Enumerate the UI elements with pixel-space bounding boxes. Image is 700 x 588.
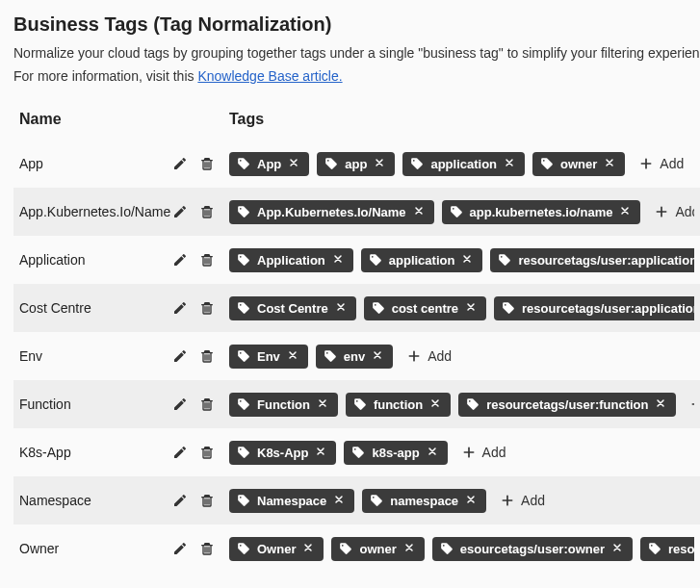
trash-icon[interactable] <box>198 251 216 268</box>
tag-chip: Owner <box>229 537 324 561</box>
tag-icon <box>369 253 382 267</box>
close-icon[interactable] <box>427 446 440 459</box>
close-icon[interactable] <box>288 157 301 170</box>
tag-icon <box>372 301 385 315</box>
add-button[interactable]: Add <box>401 345 457 368</box>
trash-icon[interactable] <box>198 540 216 557</box>
tag-icon <box>237 253 250 267</box>
tag-chip: namespace <box>362 489 486 513</box>
name-cell: Namespace <box>19 492 229 509</box>
tag-label: resource <box>668 542 694 556</box>
tags-cell: NamespacenamespaceAdd <box>229 489 694 513</box>
tag-icon <box>440 542 454 555</box>
plus-icon <box>638 156 654 171</box>
tag-label: owner <box>560 157 597 171</box>
close-icon[interactable] <box>461 253 475 267</box>
close-icon[interactable] <box>465 494 479 507</box>
close-icon[interactable] <box>604 157 617 170</box>
close-icon[interactable] <box>302 542 316 555</box>
tag-chip: owner <box>532 152 625 176</box>
table-row: NamespaceNamespacenamespaceAdd <box>13 476 700 524</box>
tag-icon <box>237 494 250 507</box>
pencil-icon[interactable] <box>171 203 189 220</box>
pencil-icon[interactable] <box>171 540 189 557</box>
close-icon[interactable] <box>333 494 347 507</box>
tag-icon <box>502 301 515 315</box>
pencil-icon[interactable] <box>171 444 189 461</box>
trash-icon[interactable] <box>198 492 216 509</box>
close-icon[interactable] <box>611 542 625 555</box>
pencil-icon[interactable] <box>171 492 189 509</box>
add-button[interactable]: A <box>684 393 694 416</box>
pencil-icon[interactable] <box>171 155 189 172</box>
tag-icon <box>648 542 661 555</box>
close-icon[interactable] <box>655 397 668 411</box>
tag-chip: Env <box>229 345 308 369</box>
close-icon[interactable] <box>619 205 633 218</box>
col-header-name: Name <box>19 111 229 128</box>
tag-label: App <box>257 157 281 171</box>
tag-chip: Cost Centre <box>229 296 356 320</box>
close-icon[interactable] <box>465 301 479 315</box>
trash-icon[interactable] <box>198 203 216 220</box>
tag-label: app <box>345 157 367 171</box>
add-label: Add <box>521 493 545 508</box>
name-cell: Env <box>19 347 229 365</box>
tag-label: Cost Centre <box>257 301 328 316</box>
trash-icon[interactable] <box>198 299 216 317</box>
close-icon[interactable] <box>287 349 300 363</box>
tags-cell: Cost Centrecost centreresourcetags/user:… <box>229 296 694 320</box>
pencil-icon[interactable] <box>171 251 189 268</box>
tag-label: k8s-app <box>372 446 419 460</box>
tag-label: esourcetags/user:owner <box>460 542 605 556</box>
tags-cell: EnvenvAdd <box>229 345 694 369</box>
close-icon[interactable] <box>315 446 328 459</box>
row-actions <box>171 155 216 172</box>
trash-icon[interactable] <box>198 347 216 365</box>
pencil-icon[interactable] <box>171 347 189 365</box>
close-icon[interactable] <box>504 157 517 170</box>
add-button[interactable]: Add <box>455 441 512 464</box>
tag-icon <box>237 397 250 411</box>
close-icon[interactable] <box>372 349 385 363</box>
close-icon[interactable] <box>374 157 387 170</box>
table-row: OwnerOwnerowneresourcetags/user:ownerres… <box>13 524 700 573</box>
tag-label: namespace <box>390 494 458 508</box>
tag-label: resourcetags/user:function <box>486 397 648 412</box>
tag-chip: Application <box>229 248 353 272</box>
name-cell: Owner <box>19 540 229 557</box>
close-icon[interactable] <box>317 397 330 411</box>
name-cell: Function <box>19 396 229 413</box>
tag-chip: resourcetags/user:application <box>494 296 694 320</box>
close-icon[interactable] <box>413 205 427 218</box>
pencil-icon[interactable] <box>171 299 189 317</box>
add-button[interactable]: Add <box>648 200 694 223</box>
tags-cell: App.Kubernetes.Io/Nameapp.kubernetes.io/… <box>229 200 694 224</box>
tag-label: resourcetags/user:application <box>518 253 694 268</box>
tag-icon <box>237 349 250 363</box>
tag-label: application <box>389 253 455 268</box>
close-icon[interactable] <box>429 397 443 411</box>
trash-icon[interactable] <box>198 444 216 461</box>
add-button[interactable]: Add <box>633 152 689 175</box>
tag-icon <box>498 253 511 267</box>
business-tag-name: Function <box>19 396 71 412</box>
pencil-icon[interactable] <box>171 396 189 413</box>
row-actions <box>171 203 216 220</box>
table-row: AppAppappapplicationownerAdd <box>13 140 700 188</box>
close-icon[interactable] <box>332 253 346 267</box>
kb-link[interactable]: Knowledge Base article. <box>197 68 342 84</box>
name-cell: Application <box>19 251 229 268</box>
tags-cell: Ownerowneresourcetags/user:ownerresource <box>229 537 694 561</box>
tag-label: cost centre <box>392 301 458 316</box>
close-icon[interactable] <box>403 542 417 555</box>
trash-icon[interactable] <box>198 155 216 172</box>
close-icon[interactable] <box>335 301 349 315</box>
tag-chip: Function <box>229 393 338 417</box>
tag-label: K8s-App <box>257 446 308 460</box>
tags-cell: Functionfunctionresourcetags/user:functi… <box>229 393 694 417</box>
add-button[interactable]: Add <box>494 489 551 512</box>
table-row: ApplicationApplicationapplicationresourc… <box>13 236 700 284</box>
trash-icon[interactable] <box>198 396 216 413</box>
tag-chip: application <box>361 248 483 272</box>
